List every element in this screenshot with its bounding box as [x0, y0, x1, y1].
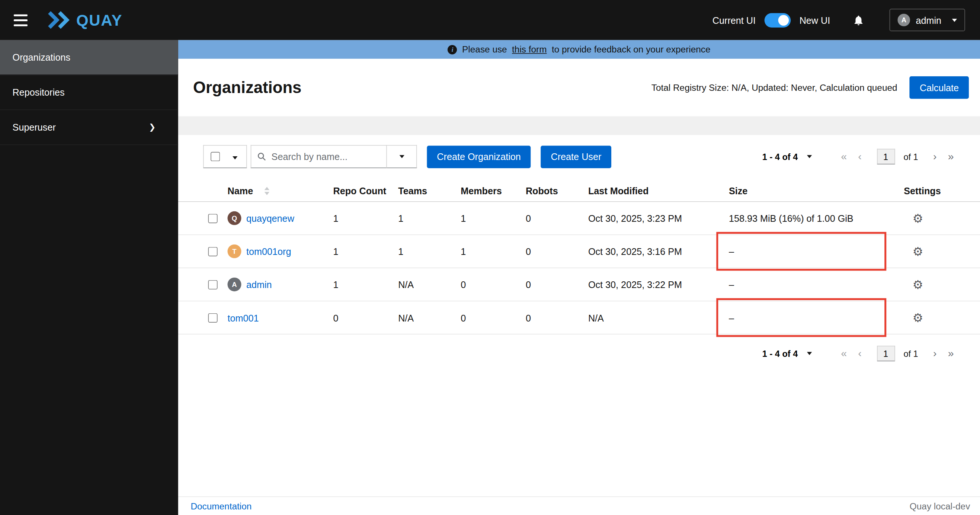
chevron-down-icon	[232, 156, 237, 159]
version-label: Quay local-dev	[910, 501, 970, 511]
table-row: T tom001org 1 1 1 0 Oct 30, 2025, 3:16 P…	[178, 235, 980, 268]
brand-text: QUAY	[76, 11, 123, 29]
column-header-settings: Settings	[904, 186, 979, 197]
last-page-button[interactable]: »	[947, 348, 955, 359]
quay-logo[interactable]: QUAY	[46, 11, 123, 29]
table-row: tom001 0 N/A 0 0 N/A – ⚙	[178, 301, 980, 335]
first-page-button[interactable]: «	[840, 348, 848, 359]
sidebar-item-label: Superuser	[13, 122, 56, 133]
members-cell: 1	[461, 246, 526, 257]
search-filter-dropdown-toggle[interactable]	[387, 145, 417, 168]
sort-toggle-icon[interactable]	[264, 187, 269, 195]
size-cell: –	[729, 246, 904, 257]
sidebar-item-organizations[interactable]: Organizations	[0, 40, 178, 75]
row-checkbox[interactable]	[208, 313, 217, 322]
user-avatar: A	[898, 14, 910, 26]
teams-cell: N/A	[398, 312, 461, 323]
sidebar-item-superuser[interactable]: Superuser ❯	[0, 110, 178, 145]
banner-text-prefix: Please use	[462, 44, 507, 54]
chevron-down-icon	[952, 19, 957, 22]
page-count-label: of 1	[904, 151, 918, 162]
row-checkbox[interactable]	[208, 247, 217, 256]
last-modified-cell: Oct 30, 2025, 3:23 PM	[588, 213, 729, 224]
column-header-robots: Robots	[526, 186, 588, 197]
members-cell: 1	[461, 213, 526, 224]
current-page-input[interactable]	[877, 346, 895, 361]
org-name-link[interactable]: admin	[246, 279, 272, 290]
search-input[interactable]	[272, 151, 380, 162]
registry-size-summary: Total Registry Size: N/A, Updated: Never…	[651, 83, 897, 93]
page-header-right: Total Registry Size: N/A, Updated: Never…	[651, 76, 969, 99]
last-modified-cell: Oct 30, 2025, 3:16 PM	[588, 246, 729, 257]
settings-gear-icon[interactable]: ⚙	[913, 211, 923, 226]
table-header-row: Name Repo Count Teams Members Robots Las…	[178, 181, 980, 202]
repo-count-cell: 1	[333, 213, 398, 224]
notification-bell-icon[interactable]	[853, 14, 865, 26]
teams-cell: 1	[398, 246, 461, 257]
banner-text-suffix: to provide feedback on your experience	[552, 44, 711, 54]
members-cell: 0	[461, 279, 526, 290]
next-page-button[interactable]: ›	[932, 348, 938, 359]
sidebar-item-repositories[interactable]: Repositories	[0, 75, 178, 110]
pagination-nav: « ‹ of 1 › »	[840, 149, 955, 164]
robots-cell: 0	[526, 312, 588, 323]
footer: Documentation Quay local-dev	[178, 496, 980, 515]
pagination-range-label: 1 - 4 of 4	[762, 151, 798, 162]
current-page-input[interactable]	[877, 149, 895, 164]
pagination-bottom: 1 - 4 of 4 « ‹ of 1 › »	[762, 346, 955, 361]
quay-logo-icon	[46, 11, 71, 29]
org-name-link[interactable]: tom001org	[246, 246, 291, 257]
user-menu[interactable]: A admin	[889, 9, 965, 31]
pagination-nav: « ‹ of 1 › »	[840, 346, 955, 361]
column-header-teams: Teams	[398, 186, 461, 197]
first-page-button[interactable]: «	[840, 151, 848, 162]
create-organization-button[interactable]: Create Organization	[427, 146, 531, 168]
last-modified-cell: N/A	[588, 312, 729, 323]
previous-page-button[interactable]: ‹	[857, 348, 863, 359]
page-count-label: of 1	[904, 349, 918, 359]
repo-count-cell: 1	[333, 246, 398, 257]
page-header: Organizations Total Registry Size: N/A, …	[178, 59, 980, 116]
organizations-panel: Create Organization Create User 1 - 4 of…	[178, 135, 980, 361]
chevron-down-icon	[807, 155, 812, 158]
section-divider	[178, 116, 980, 135]
settings-gear-icon[interactable]: ⚙	[913, 310, 923, 325]
bulk-select-checkbox[interactable]	[211, 152, 220, 161]
hamburger-menu-button[interactable]	[11, 11, 30, 28]
feedback-banner: i Please use this form to provide feedba…	[178, 40, 980, 59]
ui-toggle[interactable]	[765, 13, 791, 27]
new-ui-label: New UI	[800, 14, 830, 25]
chevron-down-icon	[807, 352, 812, 355]
table-row: Q quayqenew 1 1 1 0 Oct 30, 2025, 3:23 P…	[178, 202, 980, 235]
last-page-button[interactable]: »	[947, 151, 955, 162]
bulk-select-dropdown-toggle[interactable]	[231, 151, 239, 163]
pagination-range-dropdown[interactable]: 1 - 4 of 4	[762, 349, 812, 359]
feedback-form-link[interactable]: this form	[512, 44, 547, 54]
row-checkbox[interactable]	[208, 280, 217, 289]
masthead-right: Current UI New UI A admin	[713, 9, 965, 31]
next-page-button[interactable]: ›	[932, 151, 938, 162]
settings-gear-icon[interactable]: ⚙	[913, 277, 923, 292]
org-name-link[interactable]: quayqenew	[246, 213, 294, 224]
search-box	[251, 145, 387, 168]
table-row: A admin 1 N/A 0 0 Oct 30, 2025, 3:22 PM …	[178, 268, 980, 301]
calculate-button[interactable]: Calculate	[910, 76, 969, 99]
previous-page-button[interactable]: ‹	[857, 151, 863, 162]
documentation-link[interactable]: Documentation	[191, 501, 251, 511]
org-avatar: Q	[228, 211, 242, 225]
robots-cell: 0	[526, 213, 588, 224]
pagination-range-label: 1 - 4 of 4	[762, 349, 798, 359]
column-header-repo-count: Repo Count	[333, 186, 398, 197]
current-ui-label: Current UI	[713, 14, 756, 25]
pagination-range-dropdown[interactable]: 1 - 4 of 4	[762, 151, 812, 162]
search-icon	[258, 152, 266, 161]
create-user-button[interactable]: Create User	[541, 146, 612, 168]
ui-toggle-knob	[778, 14, 789, 25]
pagination-top: 1 - 4 of 4 « ‹ of 1 › »	[762, 149, 955, 164]
masthead: QUAY Current UI New UI A admin	[0, 0, 980, 40]
org-name-link[interactable]: tom001	[228, 312, 259, 323]
main-content: i Please use this form to provide feedba…	[178, 40, 980, 515]
row-checkbox[interactable]	[208, 214, 217, 223]
settings-gear-icon[interactable]: ⚙	[913, 244, 923, 259]
page-title: Organizations	[193, 78, 301, 97]
